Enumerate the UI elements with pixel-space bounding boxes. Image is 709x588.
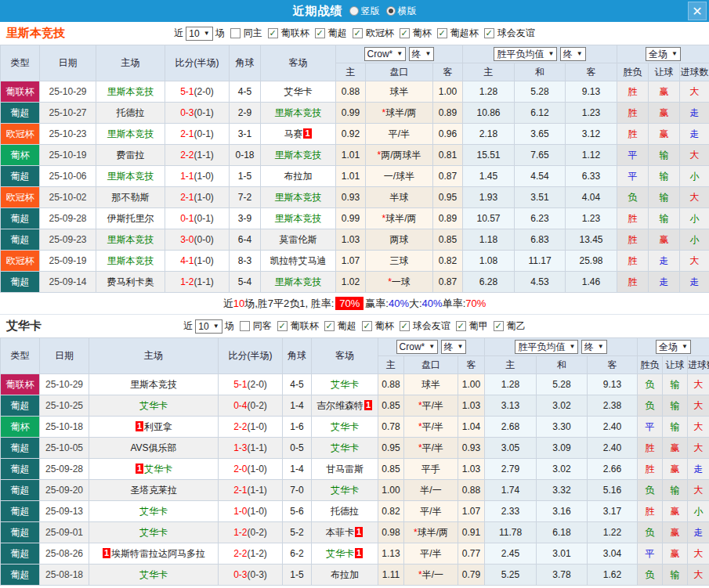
odds-home: 1.03: [336, 229, 366, 251]
score-cell: 1-0(1-0): [219, 501, 283, 522]
team-filterbar: 艾华卡近10▼场✓同客✓葡联杯✓葡超✓葡杯✓球会友谊✓葡甲✓葡乙: [0, 315, 709, 337]
league-checkbox-checked[interactable]: ✓: [268, 28, 278, 38]
away-team-cell: 里斯本竞技: [261, 208, 336, 229]
matches-table: 类型日期主场比分(半场)角球客场Crow*▼ 终▼ 胜平负均值▼ 终▼ 全场▼ …: [0, 337, 709, 586]
filters: 近10▼场✓同主✓葡联杯✓葡超✓欧冠杯✓葡杯✓葡超杯✓球会友谊: [174, 27, 534, 41]
avg-away: 1.23: [566, 103, 617, 124]
team-name: 艾华卡: [6, 319, 42, 334]
table-row: 葡联杯25-10-29里斯本竞技5-1(2-0)4-5艾华卡0.88球半1.00…: [1, 81, 709, 103]
odds-handicap: 平/半: [404, 501, 458, 522]
corner-score: 5-4: [230, 272, 261, 293]
away-team-cell: 托德拉: [312, 501, 378, 522]
bookmaker-select[interactable]: Crow*▼: [364, 47, 407, 61]
away-team-cell: 布拉加: [312, 565, 378, 586]
odds-final-select[interactable]: 终▼: [441, 340, 467, 354]
avg-final-select[interactable]: 终▼: [560, 47, 586, 61]
odds-away: 1.03: [458, 459, 485, 480]
match-type-cell: 葡超: [1, 565, 40, 586]
score-cell: 2-2(1-0): [219, 417, 283, 438]
odds-group-header: Crow*▼ 终▼: [378, 338, 485, 356]
result-wdl: 负: [638, 395, 663, 417]
full-score: 2-0: [233, 464, 247, 474]
league-checkbox-checked[interactable]: ✓: [484, 28, 494, 38]
home-team-cell: 费马利卡奥: [96, 272, 165, 293]
odds-final-select-value: 终: [444, 341, 454, 352]
match-date: 25-09-01: [40, 522, 89, 543]
odds-group-header: 全场▼: [617, 45, 709, 63]
chevron-down-icon: ▼: [429, 341, 435, 352]
team-link: 凯拉特艾马迪: [270, 255, 327, 266]
result-wdl: 胜: [617, 81, 649, 103]
layout-radio-horizontal[interactable]: 横版: [386, 5, 417, 18]
league-checkbox-checked[interactable]: ✓: [400, 28, 410, 38]
away-team-cell: 里斯本竞技: [261, 272, 336, 293]
scope-select[interactable]: 全场▼: [656, 340, 691, 354]
result-goals: 小: [688, 501, 709, 522]
chevron-down-icon: ▼: [458, 341, 464, 352]
away-team-cell: 莫雷伦斯: [261, 229, 336, 251]
league-checkbox-checked[interactable]: ✓: [494, 321, 504, 331]
column-header: 日期: [40, 45, 96, 81]
match-date: 25-09-20: [40, 480, 89, 501]
avg-type-select[interactable]: 胜平负均值▼: [515, 340, 578, 354]
scope-select[interactable]: 全场▼: [646, 47, 681, 61]
odds-away: 0.89: [433, 208, 463, 229]
column-header: 主场: [96, 45, 165, 81]
result-wdl: 负: [617, 187, 649, 208]
score-cell: 2-1(1-0): [165, 187, 230, 208]
odds-home: 1.13: [378, 543, 404, 565]
league-checkbox-checked[interactable]: ✓: [362, 321, 372, 331]
avg-type-select[interactable]: 胜平负均值▼: [494, 47, 557, 61]
league-checkbox-checked[interactable]: ✓: [353, 28, 363, 38]
odds-handicap: 平/半: [366, 124, 433, 145]
column-subheader: 客: [566, 63, 617, 81]
table-row: 葡超25-09-23里斯本竞技3-0(0-0)6-4莫雷伦斯1.03两球0.85…: [1, 229, 709, 251]
close-button[interactable]: ✕: [688, 2, 707, 20]
team-link: 甘马雷斯: [326, 464, 364, 474]
summary-text: 单率:: [443, 297, 466, 311]
corner-score: 7-2: [230, 187, 261, 208]
league-checkbox-checked[interactable]: ✓: [324, 321, 335, 331]
away-team-cell: 艾华卡1: [312, 543, 378, 565]
games-count-select[interactable]: 10▼: [195, 319, 222, 334]
sections-container: 里斯本竞技近10▼场✓同主✓葡联杯✓葡超✓欧冠杯✓葡杯✓葡超杯✓球会友谊类型日期…: [0, 22, 709, 586]
league-checkbox-checked[interactable]: ✓: [456, 321, 466, 331]
odds-handicap: *半/一: [404, 565, 458, 586]
odds-final-select[interactable]: 终▼: [409, 47, 435, 61]
half-score: (0-3): [248, 569, 267, 580]
layout-radio-vertical[interactable]: 竖版: [349, 5, 380, 18]
odds-handicap: 平手: [404, 459, 458, 480]
chevron-down-icon: ▼: [425, 49, 432, 60]
league-checkbox-checked[interactable]: ✓: [277, 321, 288, 331]
result-goals: 走: [688, 459, 709, 480]
odds-home: 0.85: [378, 395, 404, 417]
result-wdl: 胜: [617, 208, 649, 229]
handicap-text: 球半/两: [385, 213, 416, 224]
table-row: 葡超25-09-28伊斯托里尔0-1(0-1)3-9里斯本竞技0.99*球半/两…: [1, 208, 709, 229]
avg-final-select[interactable]: 终▼: [581, 340, 607, 354]
league-checkbox-checked[interactable]: ✓: [315, 28, 325, 38]
team-link: 里斯本竞技: [107, 171, 154, 182]
odds-away: 0.96: [433, 124, 463, 145]
table-row: 欧冠杯25-10-02那不勒斯2-1(1-0)7-2里斯本竞技0.93半球0.9…: [1, 187, 709, 208]
competition-badge: 葡超: [1, 166, 39, 186]
team-link: 艾华卡: [139, 527, 168, 538]
match-date: 25-10-19: [40, 145, 96, 166]
same-venue-checkbox-unchecked[interactable]: ✓: [240, 321, 250, 331]
table-row: 葡超25-09-20圣塔克莱拉2-1(1-1)7-0艾华卡1.00半/一0.88…: [1, 480, 709, 501]
odds-group-header: Crow*▼ 终▼: [336, 45, 463, 63]
same-venue-checkbox-unchecked[interactable]: ✓: [230, 28, 241, 38]
league-checkbox-checked[interactable]: ✓: [437, 28, 447, 38]
avg-away: 1.62: [588, 565, 638, 586]
league-checkbox-checked[interactable]: ✓: [400, 321, 410, 331]
bookmaker-select[interactable]: Crow*▼: [396, 340, 439, 354]
column-subheader: 客: [588, 356, 638, 374]
odds-handicap: *平/半: [404, 395, 458, 417]
result-handicap: 赢: [663, 522, 688, 543]
home-team-cell: 里斯本竞技: [96, 251, 165, 272]
corner-score: 3-1: [230, 124, 261, 145]
games-count-select[interactable]: 10▼: [186, 27, 212, 41]
red-number-badge: 1: [136, 421, 143, 431]
odds-group-header: 全场▼: [638, 338, 709, 356]
odds-home: 0.92: [336, 124, 366, 145]
